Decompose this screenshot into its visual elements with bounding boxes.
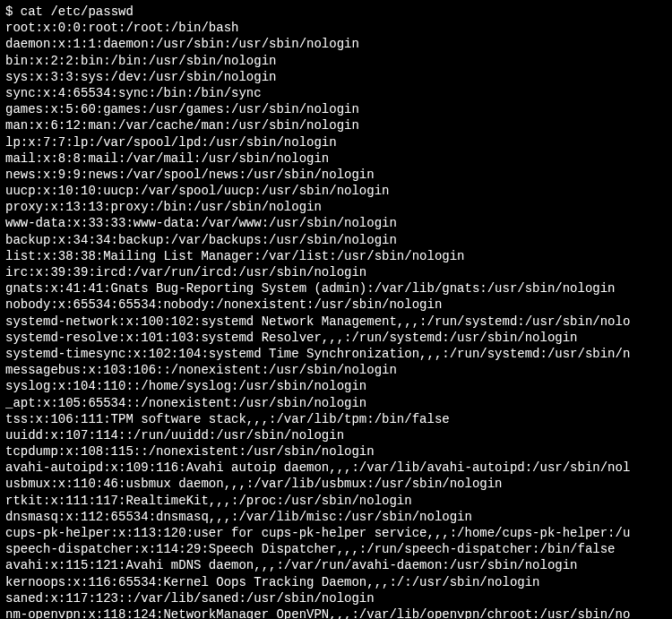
shell-prompt: $ bbox=[5, 4, 21, 19]
output-line: systemd-network:x:100:102:systemd Networ… bbox=[5, 314, 667, 330]
output-line: _apt:x:105:65534::/nonexistent:/usr/sbin… bbox=[5, 395, 667, 411]
output-line: man:x:6:12:man:/var/cache/man:/usr/sbin/… bbox=[5, 117, 667, 133]
output-line: cups-pk-helper:x:113:120:user for cups-p… bbox=[5, 525, 667, 541]
output-line: messagebus:x:103:106::/nonexistent:/usr/… bbox=[5, 362, 667, 378]
output-line: rtkit:x:111:117:RealtimeKit,,,:/proc:/us… bbox=[5, 493, 667, 509]
output-line: list:x:38:38:Mailing List Manager:/var/l… bbox=[5, 248, 667, 264]
output-line: sync:x:4:65534:sync:/bin:/bin/sync bbox=[5, 85, 667, 101]
output-line: nm-openvpn:x:118:124:NetworkManager Open… bbox=[5, 606, 667, 619]
output-line: proxy:x:13:13:proxy:/bin:/usr/sbin/nolog… bbox=[5, 199, 667, 215]
output-line: uucp:x:10:10:uucp:/var/spool/uucp:/usr/s… bbox=[5, 183, 667, 199]
output-line: speech-dispatcher:x:114:29:Speech Dispat… bbox=[5, 541, 667, 557]
output-line: syslog:x:104:110::/home/syslog:/usr/sbin… bbox=[5, 378, 667, 394]
output-line: news:x:9:9:news:/var/spool/news:/usr/sbi… bbox=[5, 167, 667, 183]
output-line: daemon:x:1:1:daemon:/usr/sbin:/usr/sbin/… bbox=[5, 36, 667, 52]
output-line: kernoops:x:116:65534:Kernel Oops Trackin… bbox=[5, 574, 667, 590]
output-line: nobody:x:65534:65534:nobody:/nonexistent… bbox=[5, 297, 667, 313]
output-line: systemd-resolve:x:101:103:systemd Resolv… bbox=[5, 330, 667, 346]
output-container: root:x:0:0:root:/root:/bin/bashdaemon:x:… bbox=[5, 20, 667, 619]
output-line: bin:x:2:2:bin:/bin:/usr/sbin/nologin bbox=[5, 53, 667, 69]
output-line: avahi:x:115:121:Avahi mDNS daemon,,,:/va… bbox=[5, 557, 667, 573]
output-line: mail:x:8:8:mail:/var/mail:/usr/sbin/nolo… bbox=[5, 150, 667, 167]
output-line: games:x:5:60:games:/usr/games:/usr/sbin/… bbox=[5, 101, 667, 117]
output-line: lp:x:7:7:lp:/var/spool/lpd:/usr/sbin/nol… bbox=[5, 134, 667, 150]
terminal-output[interactable]: $ cat /etc/passwd root:x:0:0:root:/root:… bbox=[5, 4, 667, 615]
output-line: usbmux:x:110:46:usbmux daemon,,,:/var/li… bbox=[5, 476, 667, 492]
output-line: sys:x:3:3:sys:/dev:/usr/sbin/nologin bbox=[5, 69, 667, 85]
output-line: systemd-timesync:x:102:104:systemd Time … bbox=[5, 346, 667, 362]
output-line: avahi-autoipd:x:109:116:Avahi autoip dae… bbox=[5, 460, 667, 476]
output-line: dnsmasq:x:112:65534:dnsmasq,,,:/var/lib/… bbox=[5, 509, 667, 525]
command-text: cat /etc/passwd bbox=[21, 4, 134, 19]
output-line: saned:x:117:123::/var/lib/saned:/usr/sbi… bbox=[5, 590, 667, 606]
output-line: irc:x:39:39:ircd:/var/run/ircd:/usr/sbin… bbox=[5, 264, 667, 280]
output-line: backup:x:34:34:backup:/var/backups:/usr/… bbox=[5, 232, 667, 248]
output-line: www-data:x:33:33:www-data:/var/www:/usr/… bbox=[5, 215, 667, 231]
output-line: root:x:0:0:root:/root:/bin/bash bbox=[5, 20, 667, 36]
output-line: gnats:x:41:41:Gnats Bug-Reporting System… bbox=[5, 280, 667, 297]
output-line: tcpdump:x:108:115::/nonexistent:/usr/sbi… bbox=[5, 443, 667, 460]
output-line: tss:x:106:111:TPM software stack,,,:/var… bbox=[5, 411, 667, 427]
command-line: $ cat /etc/passwd bbox=[5, 4, 667, 20]
output-line: uuidd:x:107:114::/run/uuidd:/usr/sbin/no… bbox=[5, 427, 667, 443]
